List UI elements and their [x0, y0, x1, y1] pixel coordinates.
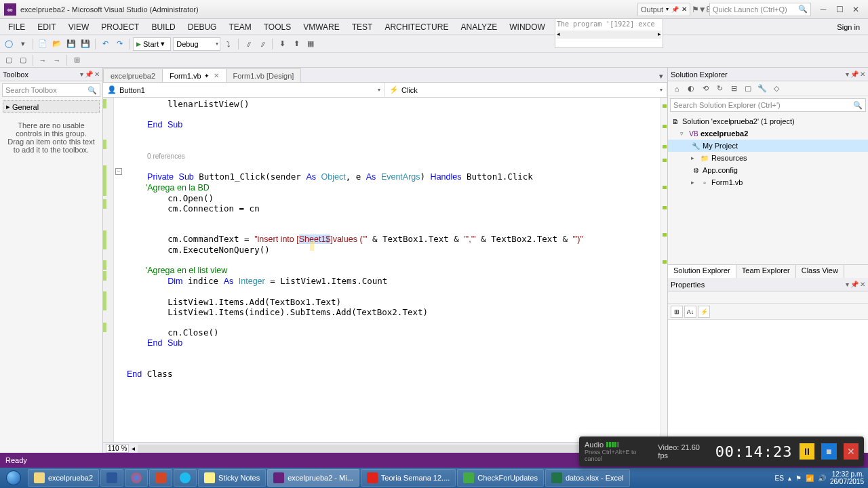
collapse-icon[interactable]: − — [115, 168, 122, 175]
stop-button[interactable]: ■ — [821, 443, 836, 460]
save-all-button[interactable]: 💾 — [79, 38, 92, 50]
sync-icon[interactable]: ⟲ — [699, 83, 711, 95]
tree-project[interactable]: ▿VBexcelprueba2 — [668, 127, 868, 140]
nav-icon[interactable]: ◐ — [685, 83, 697, 95]
show-all-icon[interactable]: ▢ — [742, 83, 754, 95]
new-project-button[interactable]: 📄 — [37, 38, 49, 50]
close-icon[interactable]: ✕ — [214, 72, 219, 79]
config-combo[interactable]: Debug — [173, 37, 220, 51]
tree-form1[interactable]: ▸▫Form1.vb — [668, 176, 868, 188]
network-icon[interactable]: 📶 — [806, 474, 814, 482]
task-pdf[interactable]: Teoria Semana 12.... — [361, 469, 456, 487]
tab-class-view[interactable]: Class View — [796, 265, 844, 278]
tab-form1-design[interactable]: Form1.vb [Design] — [226, 68, 302, 82]
props-icon[interactable]: 🔧 — [756, 83, 768, 95]
preview-icon[interactable]: ◇ — [770, 83, 783, 95]
maximize-button[interactable]: ☐ — [831, 3, 848, 16]
menu-project[interactable]: PROJECT — [96, 21, 144, 33]
task-sticky[interactable]: Sticky Notes — [198, 469, 266, 487]
task-powerpoint[interactable] — [149, 469, 172, 487]
uncomment-button[interactable]: ⫽ — [256, 38, 269, 50]
expand-icon[interactable]: ▸ — [691, 179, 698, 186]
lang-indicator[interactable]: ES — [775, 474, 784, 482]
toolbox-group-general[interactable]: ▸ General — [3, 100, 100, 113]
start-debug-button[interactable]: Start ▾ — [133, 37, 171, 51]
minimize-button[interactable]: ─ — [815, 3, 831, 16]
zoom-combo[interactable]: 110 % — [106, 444, 129, 453]
pin-icon[interactable]: 📌 — [850, 70, 859, 78]
action-center-icon[interactable]: ⚑ — [795, 474, 802, 482]
tree-resources[interactable]: ▸📁Resources — [668, 152, 868, 164]
tab-form1-vb[interactable]: Form1.vb✦✕ — [162, 68, 226, 82]
events-icon[interactable]: ⚡ — [698, 306, 710, 318]
pause-button[interactable]: ⏸ — [800, 443, 814, 460]
close-icon[interactable]: ✕ — [682, 5, 687, 13]
task-visualstudio[interactable]: excelprueba2 - Mi... — [267, 469, 359, 487]
scroll-left-icon[interactable]: ◂ — [132, 445, 135, 452]
step-button[interactable]: ⤵ — [222, 38, 235, 50]
code-content[interactable]: llenarListView() End Sub 0 references Pr… — [127, 99, 583, 380]
output-dropdown[interactable]: Output ▾ 📌 ✕ — [637, 3, 690, 16]
task-chrome[interactable] — [125, 469, 148, 487]
tool-a[interactable]: ⬇ — [276, 38, 288, 50]
save-button[interactable]: 💾 — [65, 38, 77, 50]
tool2-b[interactable]: ▢ — [17, 54, 29, 66]
start-button[interactable] — [0, 468, 27, 488]
tabs-dropdown-icon[interactable]: ▾ — [655, 70, 667, 82]
task-explorer[interactable]: excelprueba2 — [28, 469, 99, 487]
menu-edit[interactable]: EDIT — [32, 21, 61, 33]
tool2-a[interactable]: ▢ — [3, 54, 15, 66]
categorized-icon[interactable]: ⊞ — [671, 306, 683, 318]
nav-back-button[interactable]: ◯ — [3, 38, 15, 50]
quick-launch-input[interactable]: Quick Launch (Ctrl+Q) 🔍 — [709, 3, 811, 16]
task-word[interactable] — [100, 469, 123, 487]
scrollbar[interactable]: ◂▸ — [557, 30, 661, 39]
tree-myproject[interactable]: 🔧My Project — [668, 140, 868, 152]
tool2-e[interactable]: ⊞ — [71, 54, 83, 66]
code-editor[interactable]: − llenarListView() End Sub 0 references … — [103, 98, 667, 442]
menu-test[interactable]: TEST — [347, 21, 378, 33]
menu-analyze[interactable]: ANALYZE — [455, 21, 502, 33]
method-combo[interactable]: ⚡Click — [385, 83, 667, 97]
tab-team-explorer[interactable]: Team Explorer — [736, 265, 796, 278]
tool-b[interactable]: ⬆ — [290, 38, 302, 50]
tool2-d[interactable]: → — [51, 54, 63, 66]
refresh-icon[interactable]: ↻ — [713, 83, 726, 95]
tree-solution[interactable]: 🗎Solution 'excelprueba2' (1 project) — [668, 115, 868, 127]
clock[interactable]: 12:32 p.m. 26/07/2015 — [830, 470, 864, 485]
task-excel[interactable]: datos.xlsx - Excel — [545, 469, 630, 487]
menu-view[interactable]: VIEW — [63, 21, 95, 33]
feedback-icon[interactable]: ▼8 — [700, 5, 709, 14]
pin-icon[interactable]: 📌 — [85, 70, 93, 78]
solution-search-input[interactable]: Search Solution Explorer (Ctrl+') 🔍 — [670, 98, 866, 112]
class-combo[interactable]: 👤Button1 — [103, 83, 385, 97]
menu-architecture[interactable]: ARCHITECTURE — [379, 21, 454, 33]
tool2-c[interactable]: → — [37, 54, 49, 66]
close-icon[interactable]: ✕ — [94, 70, 100, 78]
toolbox-search-input[interactable]: Search Toolbox 🔍 — [2, 83, 100, 97]
close-icon[interactable]: ✕ — [860, 70, 865, 78]
dropdown-icon[interactable]: ▾ — [846, 70, 849, 78]
tool-c[interactable]: ▦ — [304, 38, 317, 50]
tab-solution-explorer[interactable]: Solution Explorer — [668, 265, 736, 278]
alphabetical-icon[interactable]: A↓ — [684, 306, 696, 318]
task-ie[interactable] — [174, 469, 197, 487]
overview-ruler[interactable] — [660, 98, 667, 442]
pin-icon[interactable]: 📌 — [850, 281, 859, 288]
system-tray[interactable]: ES ▴ ⚑ 📶 🔊 12:32 p.m. 26/07/2015 — [775, 470, 868, 485]
collapse-icon[interactable]: ⊟ — [728, 83, 740, 95]
nav-fwd-button[interactable]: ▾ — [17, 38, 29, 50]
comment-button[interactable]: ⫽ — [242, 38, 254, 50]
menu-vmware[interactable]: VMWARE — [298, 21, 345, 33]
menu-window[interactable]: WINDOW — [504, 21, 551, 33]
undo-button[interactable]: ↶ — [99, 38, 111, 50]
menu-team[interactable]: TEAM — [223, 21, 256, 33]
menu-build[interactable]: BUILD — [146, 21, 180, 33]
volume-icon[interactable]: 🔊 — [818, 474, 826, 482]
pin-icon[interactable]: 📌 — [671, 6, 679, 13]
menu-tools[interactable]: TOOLS — [258, 21, 296, 33]
expand-icon[interactable]: ▸ — [691, 155, 698, 161]
solution-tree[interactable]: 🗎Solution 'excelprueba2' (1 project) ▿VB… — [668, 114, 868, 190]
task-updates[interactable]: CheckForUpdates — [457, 469, 544, 487]
tree-appconfig[interactable]: ⚙App.config — [668, 164, 868, 176]
